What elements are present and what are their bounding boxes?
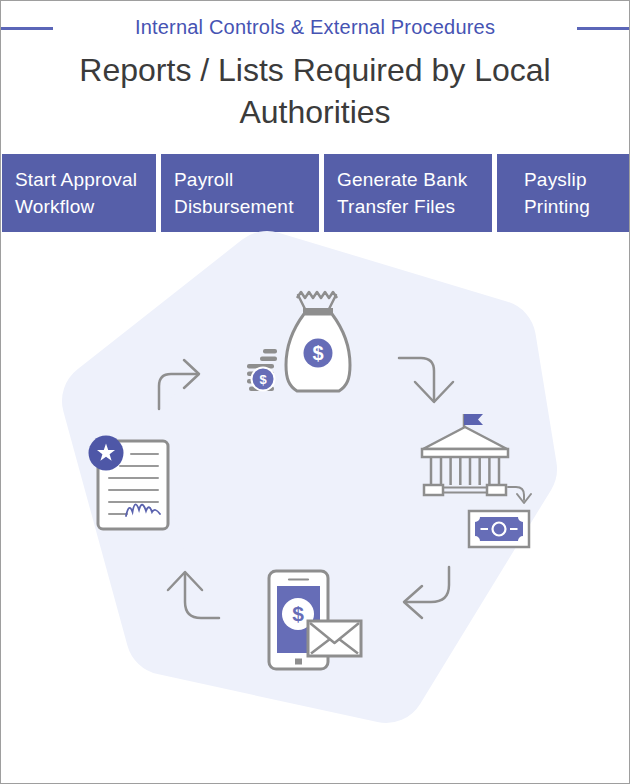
eyebrow-heading: Internal Controls & External Procedures (1, 14, 629, 40)
dollar-sign: $ (292, 602, 304, 625)
eyebrow-rule-right (577, 27, 629, 30)
eyebrow-rule-left (1, 27, 53, 30)
payroll-cycle-illustration: $ $ (1, 215, 630, 784)
page: Internal Controls & External Procedures … (0, 0, 630, 784)
dollar-sign: $ (312, 342, 323, 364)
dollar-sign: $ (259, 372, 267, 387)
page-title: Reports / Lists Required by Local Author… (1, 49, 629, 133)
banknote-icon (469, 511, 529, 547)
header: Internal Controls & External Procedures … (1, 1, 629, 133)
signed-document-with-star-icon (89, 436, 169, 530)
envelope-icon (308, 621, 361, 656)
